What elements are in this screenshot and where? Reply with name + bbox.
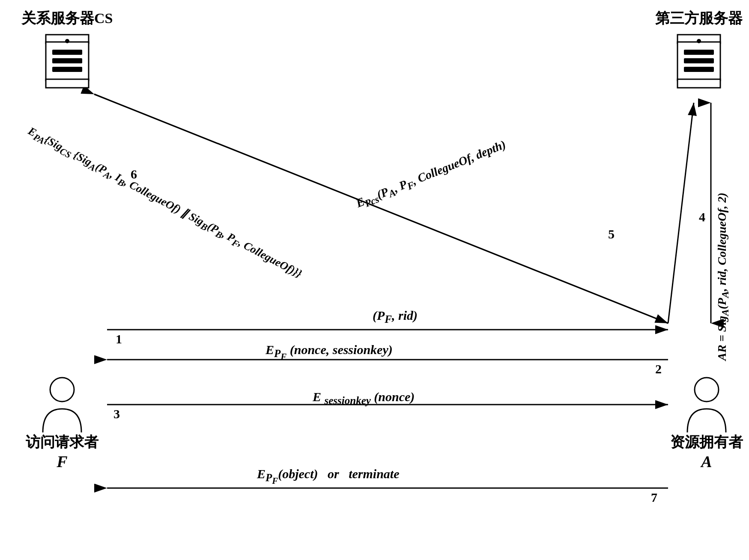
- svg-point-18: [65, 39, 69, 43]
- owner-sublabel: A: [701, 452, 712, 471]
- svg-rect-22: [684, 50, 714, 55]
- msg2-label: EPF (nonce, sessionkey): [266, 343, 393, 362]
- third-server-label: 第三方服务器: [655, 9, 743, 28]
- msg7-num: 7: [651, 490, 657, 505]
- msg3-label: E sessionkey (nonce): [313, 390, 415, 407]
- msg4-num: 4: [699, 210, 705, 224]
- svg-rect-17: [52, 67, 82, 72]
- msg4-label: AR = SigA(PA, rid, CollegueOf, 2): [715, 193, 731, 360]
- owner-person: 资源拥有者 A: [670, 377, 743, 471]
- svg-line-8: [668, 103, 694, 323]
- svg-point-25: [697, 39, 701, 43]
- diagram: 关系服务器CS 第三方服务器: [0, 0, 749, 560]
- requester-sublabel: F: [57, 452, 67, 471]
- msg2-num: 2: [655, 362, 662, 376]
- requester-label: 访问请求者: [26, 432, 98, 452]
- svg-point-27: [695, 378, 719, 402]
- svg-rect-24: [684, 67, 714, 72]
- svg-rect-21: [677, 79, 720, 88]
- msg6-num: 6: [131, 167, 137, 182]
- msg1-num: 1: [116, 332, 122, 346]
- msg3-num: 3: [113, 407, 120, 421]
- owner-label: 资源拥有者: [670, 432, 743, 452]
- cs-server: 关系服务器CS: [21, 9, 113, 97]
- svg-rect-23: [684, 58, 714, 63]
- svg-rect-14: [46, 79, 89, 88]
- svg-rect-15: [52, 50, 82, 55]
- requester-person: 访问请求者 F: [26, 377, 98, 471]
- svg-rect-16: [52, 58, 82, 63]
- third-server: 第三方服务器: [655, 9, 743, 97]
- cs-server-label: 关系服务器CS: [21, 9, 113, 28]
- svg-point-26: [50, 378, 74, 402]
- msg7-label: EPF(object) or terminate: [257, 467, 400, 486]
- msg5-num: 5: [608, 227, 615, 241]
- msg1-label: (PF, rid): [373, 308, 418, 325]
